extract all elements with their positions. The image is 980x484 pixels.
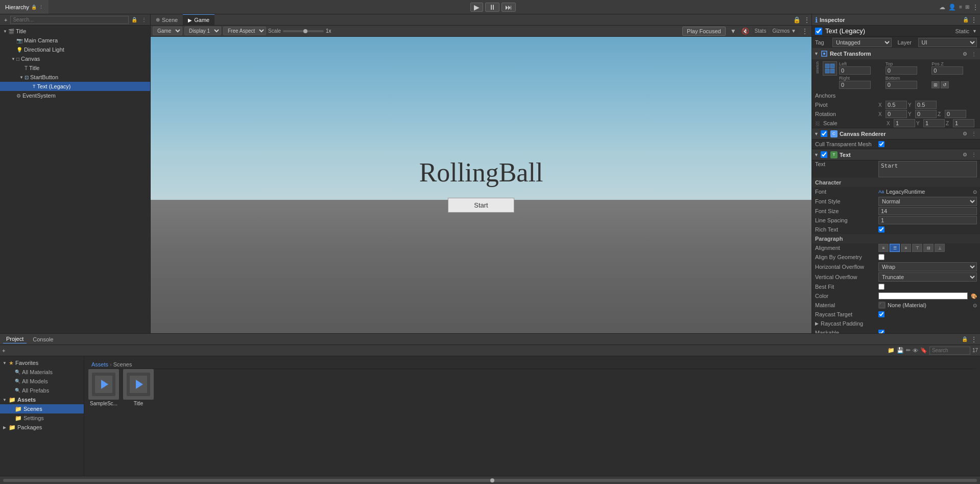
scale-slider[interactable]	[283, 30, 324, 32]
packages-item[interactable]: ▶ 📁 Packages	[0, 423, 84, 432]
scene-lock-icon[interactable]: 🔒	[792, 16, 802, 24]
game-tab[interactable]: ▶ Game	[183, 14, 214, 25]
font-size-input[interactable]	[878, 207, 977, 215]
hierarchy-item-canvas[interactable]: ▼ □ Canvas	[0, 54, 150, 63]
static-dropdown-icon[interactable]: ▼	[972, 29, 977, 34]
project-eye-icon[interactable]: 👁	[913, 348, 918, 354]
play-focused-btn[interactable]: Play Focused	[682, 27, 726, 36]
align-top-btn[interactable]: ⊤	[912, 244, 922, 252]
all-materials-item[interactable]: 🔍 All Materials	[0, 367, 84, 377]
vertical-overflow-select[interactable]: Truncate Overflow	[878, 272, 977, 282]
gizmos-dropdown[interactable]: Gizmos ▼	[770, 28, 798, 34]
inspector-lock-icon[interactable]: 🔒	[963, 17, 969, 22]
hierarchy-menu-icon[interactable]: ⋮	[39, 5, 43, 10]
all-prefabs-item[interactable]: 🔍 All Prefabs	[0, 386, 84, 395]
hierarchy-item-dir-light[interactable]: 💡 Directional Light	[0, 45, 150, 54]
canvas-renderer-more-icon[interactable]: ⋮	[970, 130, 978, 137]
text-more-icon[interactable]: ⋮	[970, 151, 978, 158]
align-right-btn[interactable]: ≡	[901, 244, 911, 252]
text-component-header[interactable]: ▼ T Text ⚙ ⋮	[812, 149, 980, 160]
best-fit-checkbox[interactable]	[878, 284, 885, 290]
align-bottom-btn[interactable]: ⊥	[935, 244, 945, 252]
layers-icon[interactable]: ≡	[958, 4, 964, 10]
hierarchy-item-main-camera[interactable]: 📷 Main Camera	[0, 36, 150, 45]
rot-x-input[interactable]	[886, 110, 907, 118]
rect-more-icon[interactable]: ⋮	[970, 51, 978, 57]
asset-item-samplescene[interactable]: SampleSc...	[88, 369, 119, 406]
hierarchy-lock-btn[interactable]: 🔒	[130, 16, 139, 23]
project-bookmark-icon[interactable]: 🔖	[920, 347, 927, 354]
rect-transform-header[interactable]: ▼ Rect Transform ⚙ ⋮	[812, 48, 980, 59]
anchor-widget[interactable]	[823, 61, 837, 76]
asset-item-title[interactable]: Title	[123, 369, 154, 406]
canvas-renderer-settings-icon[interactable]: ⚙	[961, 130, 969, 137]
hierarchy-add-btn[interactable]: +	[2, 16, 9, 24]
hierarchy-item-title-scene[interactable]: ▼ 🎬 Title	[0, 27, 150, 36]
material-picker-icon[interactable]: ⊙	[973, 303, 977, 308]
account-icon[interactable]: 👤	[947, 4, 958, 11]
breadcrumb-assets[interactable]: Assets	[91, 361, 108, 367]
scale-x-input[interactable]	[894, 119, 915, 127]
layout-icon[interactable]: ⊞	[964, 4, 971, 10]
text-component-enable-checkbox[interactable]	[821, 151, 827, 158]
inspector-options-icon[interactable]: ⋮	[971, 16, 977, 24]
scene-tab[interactable]: ⊕ Scene	[151, 14, 183, 25]
more-icon[interactable]: ⋮	[971, 4, 980, 11]
align-center-btn[interactable]: ☰	[890, 244, 900, 252]
hierarchy-item-start-button[interactable]: ▼ ⊡ StartButton	[0, 73, 150, 82]
cloud-icon[interactable]: ☁	[938, 4, 947, 11]
scenes-item[interactable]: 📁 Scenes	[0, 404, 84, 413]
project-options-icon[interactable]: ⋮	[971, 336, 977, 343]
object-active-checkbox[interactable]	[815, 28, 822, 35]
hierarchy-tab[interactable]: Hierarchy 🔒 ⋮	[0, 0, 49, 14]
top-input[interactable]	[886, 66, 917, 75]
game-start-btn[interactable]: Start	[448, 198, 514, 213]
color-picker-icon[interactable]: 🎨	[971, 293, 977, 299]
project-star-icon[interactable]: ✏	[906, 347, 911, 354]
font-picker-icon[interactable]: ⊙	[973, 189, 977, 195]
right-input[interactable]	[839, 81, 871, 89]
layer-select[interactable]: UI	[918, 38, 977, 47]
text-settings-icon[interactable]: ⚙	[961, 151, 969, 158]
project-search-input[interactable]	[929, 347, 970, 355]
stats-icon[interactable]: Stats	[753, 28, 769, 34]
rich-text-checkbox[interactable]	[878, 226, 885, 233]
align-by-geometry-checkbox[interactable]	[878, 254, 885, 260]
rect-settings-icon[interactable]: ⚙	[961, 51, 969, 57]
align-middle-btn[interactable]: ⊟	[923, 244, 934, 252]
aspect-select[interactable]: Free Aspect	[223, 27, 266, 35]
breadcrumb-scenes[interactable]: Scenes	[113, 361, 132, 367]
hierarchy-item-text-legacy[interactable]: T Text (Legacy)	[0, 82, 150, 91]
scale-z-input[interactable]	[953, 119, 974, 127]
all-models-item[interactable]: 🔍 All Models	[0, 377, 84, 386]
reset-btn[interactable]: ↺	[941, 81, 949, 88]
mute-icon[interactable]: 🔇	[740, 28, 751, 35]
project-folder-icon[interactable]: 📁	[888, 347, 895, 354]
rot-y-input[interactable]	[915, 110, 937, 118]
scale-y-input[interactable]	[923, 119, 945, 127]
maskable-checkbox[interactable]	[878, 330, 885, 333]
scene-options-icon[interactable]: ⋮	[802, 16, 811, 24]
pivot-y-input[interactable]	[915, 101, 937, 109]
canvas-renderer-enable-checkbox[interactable]	[821, 130, 827, 137]
project-tab[interactable]: Project	[3, 335, 27, 343]
cull-transparent-checkbox[interactable]	[878, 141, 885, 147]
pause-button[interactable]: ⏸	[485, 3, 499, 12]
project-lock-icon[interactable]: 🔒	[962, 336, 968, 342]
raycast-target-checkbox[interactable]	[878, 311, 885, 317]
project-save-icon[interactable]: 💾	[897, 347, 904, 354]
font-style-select[interactable]: Normal Bold Italic Bold And Italic	[878, 197, 977, 206]
assets-item[interactable]: ▼ 📁 Assets	[0, 395, 84, 404]
color-swatch[interactable]	[878, 292, 968, 299]
bottom-input[interactable]	[886, 81, 917, 89]
canvas-renderer-header[interactable]: ▼ C Canvas Renderer ⚙ ⋮	[812, 128, 980, 140]
tag-select[interactable]: Untagged	[832, 38, 892, 47]
hierarchy-search[interactable]	[10, 16, 129, 24]
play-focused-dropdown-icon[interactable]: ▼	[729, 28, 738, 35]
hierarchy-item-title-text[interactable]: T Title	[0, 63, 150, 73]
project-add-btn[interactable]: +	[2, 348, 5, 354]
display-select[interactable]: Game	[153, 27, 182, 35]
pivot-x-input[interactable]	[886, 101, 907, 109]
play-button[interactable]: ▶	[470, 3, 483, 12]
hierarchy-options-btn[interactable]: ⋮	[140, 16, 148, 23]
